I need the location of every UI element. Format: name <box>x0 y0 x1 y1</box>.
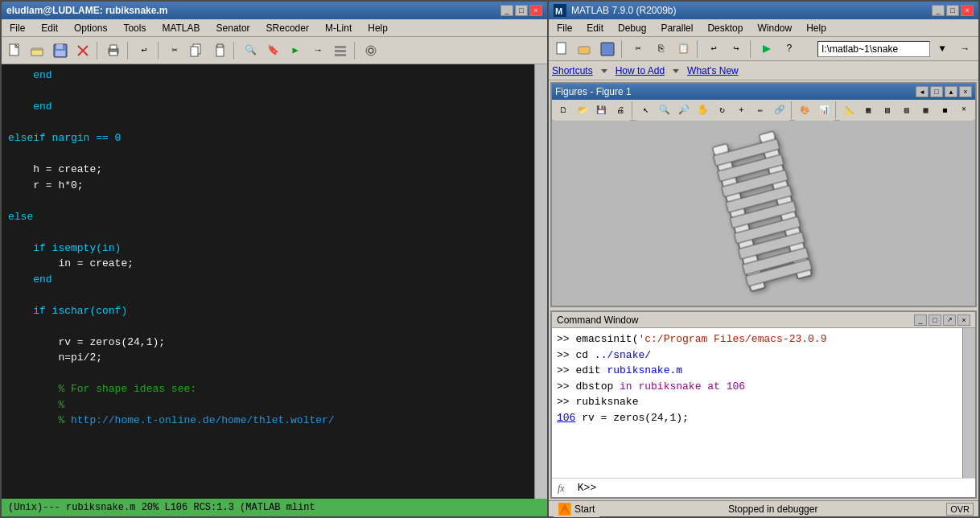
shortcuts-link[interactable]: Shortcuts <box>552 65 593 76</box>
matlab-new-btn[interactable] <box>552 39 573 60</box>
cmd-close-btn[interactable]: × <box>957 314 970 326</box>
figures-panel: Figures - Figure 1 ◄ □ ▲ × 🗋 📂 💾 🖨 ↖ 🔍 🔎… <box>550 82 977 307</box>
matlab-simulink-btn[interactable] <box>756 39 777 60</box>
toolbar-sep-3 <box>158 42 161 60</box>
fig-plottools-btn[interactable]: 📐 <box>840 100 859 121</box>
matlab-copy-btn[interactable]: ⎘ <box>650 39 671 60</box>
matlab-menu-file[interactable]: File <box>552 21 577 35</box>
save-button[interactable] <box>50 40 71 61</box>
editor-status-text: (Unix)--- rubiksnake.m 20% L106 RCS:1.3 … <box>8 502 315 513</box>
fig-save-btn[interactable]: 💾 <box>592 100 611 121</box>
svg-rect-18 <box>335 54 346 56</box>
code-line-17 <box>8 319 528 335</box>
fig-zoom-in-btn[interactable]: 🔍 <box>655 100 674 121</box>
matlab-menu-debug[interactable]: Debug <box>613 21 651 35</box>
start-button[interactable]: Start <box>554 501 599 517</box>
figures-ctrl-1[interactable]: ◄ <box>916 86 929 97</box>
menu-tools[interactable]: Tools <box>118 21 150 35</box>
undo-button[interactable]: ↩ <box>134 40 154 61</box>
fig-cursor-btn[interactable]: ↖ <box>636 100 656 121</box>
matlab-menu-parallel[interactable]: Parallel <box>656 21 698 35</box>
matlab-menu-help[interactable]: Help <box>801 21 831 35</box>
minimize-button[interactable]: _ <box>500 5 513 16</box>
fig-link-btn[interactable]: 🔗 <box>770 100 789 121</box>
new-file-button[interactable] <box>5 40 26 61</box>
menu-srecoder[interactable]: SRecoder <box>261 21 314 35</box>
stack-button[interactable] <box>330 40 351 61</box>
menu-matlab[interactable]: MATLAB <box>157 21 204 35</box>
step-button[interactable]: → <box>307 40 328 61</box>
fig-open-btn[interactable]: 📂 <box>573 100 592 121</box>
fig-tile-btn[interactable]: ▦ <box>859 100 878 121</box>
menu-senator[interactable]: Senator <box>212 21 255 35</box>
figures-ctrl-3[interactable]: ▲ <box>945 86 957 97</box>
fig-zoom-out-btn[interactable]: 🔎 <box>674 100 694 121</box>
cmd-float-btn[interactable]: ↗ <box>943 314 956 326</box>
paste-button[interactable] <box>209 40 230 61</box>
menu-edit[interactable]: Edit <box>36 21 63 35</box>
close-doc-button[interactable] <box>72 40 93 61</box>
start-icon <box>558 503 571 516</box>
matlab-menu-edit[interactable]: Edit <box>582 21 608 35</box>
fig-data-cursor-btn[interactable]: + <box>731 100 751 121</box>
fx-icon: fx <box>557 481 571 495</box>
fig-close-plot-btn[interactable]: × <box>954 100 974 121</box>
close-button[interactable]: × <box>529 5 542 16</box>
command-input[interactable] <box>596 482 970 494</box>
editor-scrollbar[interactable] <box>534 64 547 499</box>
matlab-save-btn[interactable] <box>597 39 618 60</box>
matlab-close[interactable]: × <box>961 5 974 16</box>
matlab-open-btn[interactable] <box>574 39 595 60</box>
matlab-help-btn[interactable]: ? <box>779 39 800 60</box>
fig-side-btn[interactable]: ▧ <box>878 100 897 121</box>
figures-title-bar: Figures - Figure 1 ◄ □ ▲ × <box>552 84 975 100</box>
bookmark-button[interactable]: 🔖 <box>262 40 283 61</box>
whats-new-link[interactable]: What's New <box>687 65 739 76</box>
menu-help[interactable]: Help <box>363 21 393 35</box>
matlab-minimize[interactable]: _ <box>932 5 945 16</box>
matlab-menu-desktop[interactable]: Desktop <box>702 21 747 35</box>
how-to-add-link[interactable]: How to Add <box>616 65 665 76</box>
print-button[interactable] <box>103 40 124 61</box>
fig-insert-legend-btn[interactable]: 📊 <box>814 100 834 121</box>
path-browse-btn[interactable]: ▼ <box>932 39 953 60</box>
matlab-status-bar: Start Stopped in debugger OVR <box>549 500 978 516</box>
matlab-redo-btn[interactable]: ↪ <box>726 39 747 60</box>
fig-min-plot-btn[interactable]: ◼ <box>935 100 954 121</box>
fig-print-btn[interactable]: 🖨 <box>611 100 630 121</box>
menu-file[interactable]: File <box>5 21 30 35</box>
matlab-menu-window[interactable]: Window <box>752 21 797 35</box>
matlab-icon: M <box>554 4 566 17</box>
matlab-maximize[interactable]: □ <box>946 5 959 16</box>
code-editor-area[interactable]: end end elseif nargin == 0 h = create; r… <box>2 64 547 499</box>
path-input[interactable] <box>817 41 930 57</box>
cmd-maximize-btn[interactable]: □ <box>929 314 941 326</box>
fig-new-btn[interactable]: 🗋 <box>554 100 573 121</box>
fig-full-btn[interactable]: ▩ <box>916 100 936 121</box>
find-button[interactable]: 🔍 <box>240 40 261 61</box>
fig-insert-colorbar-btn[interactable]: 🎨 <box>795 100 814 121</box>
fig-bottom-btn[interactable]: ▨ <box>897 100 916 121</box>
maximize-button[interactable]: □ <box>515 5 528 16</box>
path-go-btn[interactable]: → <box>954 39 975 60</box>
menu-options[interactable]: Options <box>69 21 112 35</box>
matlab-paste-btn[interactable]: 📋 <box>673 39 694 60</box>
settings-button[interactable] <box>360 40 381 61</box>
figures-ctrl-2[interactable]: □ <box>930 86 943 97</box>
matlab-cut-btn[interactable]: ✂ <box>628 39 649 60</box>
open-file-button[interactable] <box>27 40 48 61</box>
cut-button[interactable]: ✂ <box>164 40 185 61</box>
copy-button[interactable] <box>187 40 208 61</box>
figures-ctrl-4[interactable]: × <box>959 86 972 97</box>
matlab-undo-btn[interactable]: ↩ <box>703 39 724 60</box>
ovr-badge: OVR <box>946 503 974 516</box>
command-scrollbar[interactable] <box>962 328 975 478</box>
fig-pan-btn[interactable]: ✋ <box>694 100 713 121</box>
menu-mlint[interactable]: M-Lint <box>320 21 356 35</box>
toolbar-sep-5 <box>354 42 357 60</box>
matlab-title-text: MATLAB 7.9.0 (R2009b) <box>571 5 677 16</box>
fig-rotate-btn[interactable]: ↻ <box>713 100 732 121</box>
cmd-minimize-btn[interactable]: _ <box>914 314 927 326</box>
run-button[interactable]: ▶ <box>285 40 306 61</box>
fig-brush-btn[interactable]: ✏ <box>751 100 770 121</box>
